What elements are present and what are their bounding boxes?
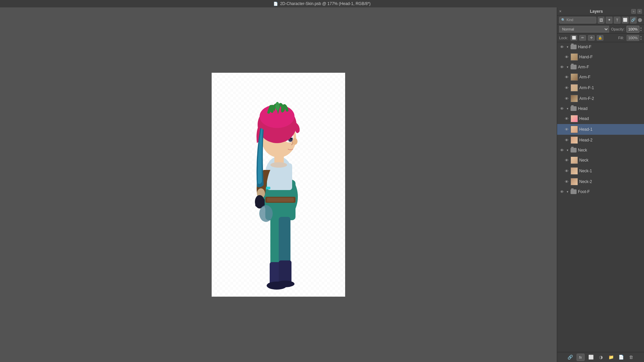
folder-icon (571, 45, 577, 49)
lock-pixels-button[interactable]: ⬜ (571, 35, 577, 41)
visibility-toggle[interactable]: 👁 (559, 147, 565, 153)
visibility-toggle[interactable]: 👁 (564, 85, 569, 90)
layer-thumbnail (571, 73, 578, 81)
panel-controls: » ≡ (631, 9, 642, 14)
visibility-toggle[interactable]: 👁 (564, 127, 569, 132)
new-layer-button[interactable]: 📄 (618, 354, 625, 361)
layer-head-group[interactable]: 👁 ▼ Head (557, 104, 644, 113)
layer-thumbnail (571, 157, 578, 164)
folder-icon (571, 148, 577, 153)
filter-active-toggle[interactable] (638, 18, 642, 22)
lock-paint-button[interactable]: ✏ (579, 35, 586, 41)
character-canvas[interactable] (212, 73, 345, 297)
filter-type-dropdown[interactable]: 🔍 Kind (559, 17, 596, 23)
visibility-toggle[interactable]: 👁 (559, 44, 565, 50)
layer-thumbnail (571, 53, 578, 61)
window-title: 2D-Character-Skin.psb @ 177% (Head-1, RG… (280, 1, 371, 6)
collapse-arrow[interactable]: ▼ (566, 107, 569, 110)
layer-name: Arm-F-2 (579, 96, 642, 101)
layer-head-2[interactable]: 👁 Head-2 (557, 135, 644, 145)
link-layers-button[interactable]: 🔗 (567, 354, 574, 361)
layer-arm-f-1[interactable]: 👁 Arm-F-1 (557, 82, 644, 93)
filter-adjustment-icon[interactable]: ✦ (606, 17, 612, 23)
visibility-toggle[interactable]: 👁 (559, 64, 565, 70)
collapse-arrow[interactable]: ▼ (566, 45, 569, 49)
layer-thumbnail (571, 167, 578, 175)
svg-point-28 (275, 102, 279, 111)
layer-hand-f[interactable]: 👁 Hand-F (557, 52, 644, 62)
fill-stepper[interactable]: ▲ ▼ (640, 35, 642, 41)
layer-name: Arm-F-1 (579, 85, 642, 90)
visibility-toggle[interactable]: 👁 (564, 168, 569, 174)
fill-input[interactable]: 100% (627, 35, 639, 41)
visibility-toggle[interactable]: 👁 (559, 106, 565, 111)
layer-neck-1[interactable]: 👁 Neck-1 (557, 166, 644, 176)
lock-move-button[interactable]: ✛ (588, 35, 595, 41)
layer-neck-2[interactable]: 👁 Neck-2 (557, 176, 644, 187)
collapse-arrow[interactable]: ▼ (566, 190, 569, 193)
layers-list[interactable]: 👁 ▼ Hand-F 👁 Hand-F 👁 ▼ Arm-F 👁 (557, 42, 644, 352)
layer-name: Head (579, 116, 642, 121)
visibility-toggle[interactable]: 👁 (564, 54, 569, 60)
layer-name: Head (578, 106, 642, 111)
new-group-button[interactable]: 📁 (607, 354, 615, 361)
filter-shape-icon[interactable]: ⬜ (622, 17, 629, 23)
layer-arm-f-group[interactable]: 👁 ▼ Arm-F (557, 62, 644, 72)
svg-rect-10 (255, 198, 265, 207)
layer-hand-f-group[interactable]: 👁 ▼ Hand-F (557, 42, 644, 52)
visibility-toggle[interactable]: 👁 (564, 158, 569, 163)
opacity-stepper[interactable]: ▲ ▼ (640, 26, 642, 32)
opacity-label: Opacity: (611, 27, 625, 31)
panel-expand-button[interactable]: » (631, 9, 636, 14)
add-mask-button[interactable]: ⬜ (587, 354, 595, 361)
visibility-toggle[interactable]: 👁 (564, 116, 569, 121)
panel-title: Layers (590, 9, 603, 14)
filter-smart-icon[interactable]: 🔗 (630, 17, 637, 23)
layers-panel: × Layers » ≡ 🔍 Kind 🖼 ✦ T ⬜ 🔗 Normal Mul… (557, 7, 644, 362)
layer-name: Neck (579, 158, 642, 163)
layer-name: Arm-F (579, 75, 642, 79)
lock-row: Lock: ⬜ ✏ ✛ 🔒 Fill: 100% ▲ ▼ (557, 34, 644, 42)
search-icon: 🔍 (561, 18, 565, 22)
visibility-toggle[interactable]: 👁 (564, 96, 569, 101)
panel-menu-button[interactable]: ≡ (637, 9, 642, 14)
layer-name: Hand-F (578, 45, 642, 49)
layer-name: Head-1 (579, 127, 642, 132)
delete-layer-button[interactable]: 🗑 (628, 354, 635, 361)
svg-rect-15 (279, 260, 291, 284)
layer-neck-group[interactable]: 👁 ▼ Neck (557, 145, 644, 155)
layer-name: Neck-1 (579, 169, 642, 173)
svg-point-31 (270, 162, 287, 168)
layer-thumbnail (571, 126, 578, 133)
layer-thumbnail (571, 178, 578, 185)
filter-type-icon[interactable]: T (614, 17, 621, 23)
collapse-arrow[interactable]: ▼ (566, 148, 569, 152)
canvas-container (212, 73, 345, 297)
visibility-toggle[interactable]: 👁 (564, 179, 569, 184)
collapse-arrow[interactable]: ▼ (566, 65, 569, 69)
layer-neck[interactable]: 👁 Neck (557, 155, 644, 166)
fx-button[interactable]: fx (577, 354, 585, 361)
opacity-input[interactable]: 100% (627, 26, 639, 33)
panel-close-icon[interactable]: × (559, 9, 561, 14)
lock-label: Lock: (559, 36, 568, 40)
layer-head-1[interactable]: 👁 Head-1 (557, 124, 644, 135)
folder-icon (571, 65, 577, 69)
visibility-toggle[interactable]: 👁 (564, 137, 569, 143)
fill-label: Fill: (618, 36, 624, 40)
folder-icon (571, 106, 577, 111)
layer-head[interactable]: 👁 Head (557, 113, 644, 124)
lock-all-button[interactable]: 🔒 (597, 35, 603, 41)
bottom-toolbar: 🔗 fx ⬜ ◑ 📁 📄 🗑 (557, 352, 644, 362)
filter-pixel-icon[interactable]: 🖼 (598, 17, 604, 23)
layer-arm-f-2[interactable]: 👁 Arm-F-2 (557, 93, 644, 104)
adjustment-layer-button[interactable]: ◑ (597, 354, 605, 361)
layer-arm-f[interactable]: 👁 Arm-F (557, 72, 644, 82)
layer-foot-f-group[interactable]: 👁 ▼ Foot-F (557, 187, 644, 196)
visibility-toggle[interactable]: 👁 (564, 74, 569, 80)
layer-name: Head-2 (579, 138, 642, 142)
blend-mode-select[interactable]: Normal Multiply Screen Overlay (559, 26, 609, 33)
visibility-toggle[interactable]: 👁 (559, 189, 565, 194)
filter-kind-label: Kind (567, 18, 573, 22)
title-bar: 📄 2D-Character-Skin.psb @ 177% (Head-1, … (0, 0, 644, 7)
